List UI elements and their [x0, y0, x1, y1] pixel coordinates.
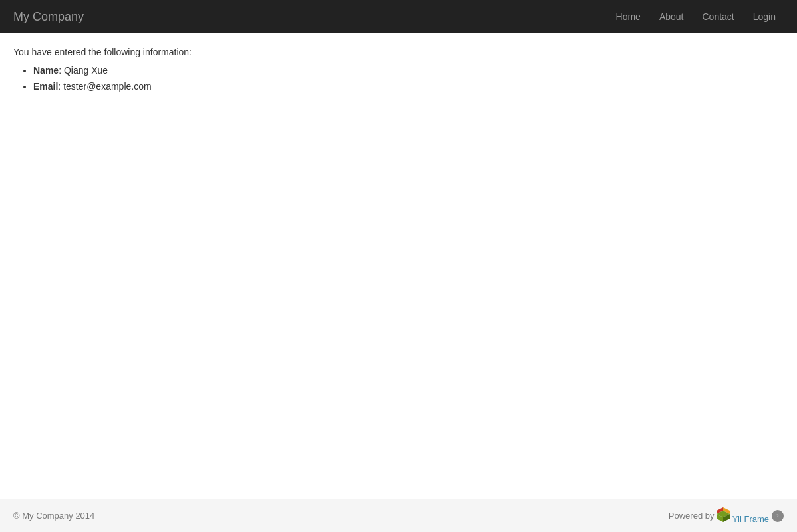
yii-label: Yii Frame — [732, 514, 769, 524]
nav-link-contact[interactable]: Contact — [694, 6, 742, 27]
name-value: Qiang Xue — [64, 65, 108, 76]
email-colon: : — [58, 81, 63, 92]
footer-powered: Powered by Yii Frame › — [669, 507, 784, 524]
navbar: My Company Home About Contact Login — [0, 0, 797, 33]
nav-item-contact: Contact — [694, 11, 742, 22]
scroll-arrow[interactable]: › — [772, 510, 784, 522]
main-content: You have entered the following informati… — [0, 33, 797, 499]
intro-text: You have entered the following informati… — [13, 47, 784, 57]
nav-link-login[interactable]: Login — [745, 6, 784, 27]
yii-framework-link[interactable]: Yii Frame — [717, 507, 769, 524]
nav-link-home[interactable]: Home — [608, 6, 649, 27]
footer-copyright: © My Company 2014 — [13, 511, 94, 521]
list-item-name: Name: Qiang Xue — [33, 65, 784, 76]
info-list: Name: Qiang Xue Email: tester@example.co… — [13, 65, 784, 92]
footer: © My Company 2014 Powered by Yii Frame › — [0, 499, 797, 532]
email-value: tester@example.com — [63, 81, 151, 92]
nav-menu: Home About Contact Login — [608, 11, 784, 22]
email-label: Email — [33, 81, 58, 92]
yii-logo-icon — [717, 507, 730, 522]
nav-item-about: About — [651, 11, 692, 22]
list-item-email: Email: tester@example.com — [33, 81, 784, 92]
powered-by-text: Powered by — [669, 511, 715, 521]
nav-item-login: Login — [745, 11, 784, 22]
navbar-brand[interactable]: My Company — [13, 10, 84, 24]
name-label: Name — [33, 65, 59, 76]
name-colon: : — [59, 65, 64, 76]
nav-item-home: Home — [608, 11, 649, 22]
nav-link-about[interactable]: About — [651, 6, 692, 27]
